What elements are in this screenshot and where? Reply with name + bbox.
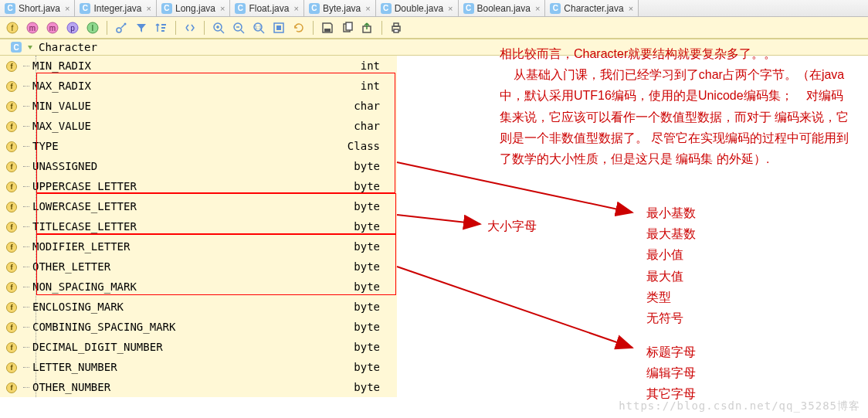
field-row[interactable]: fUPPERCASE_LETTERbyte bbox=[0, 176, 397, 196]
tab-long[interactable]: CLong.java× bbox=[157, 0, 230, 16]
field-icon: f bbox=[6, 301, 19, 313]
field-row[interactable]: fMODIFIER_LETTERbyte bbox=[0, 236, 397, 257]
class-icon: C bbox=[11, 42, 22, 53]
refresh-icon[interactable] bbox=[291, 20, 307, 36]
field-name: ENCLOSING_MARK bbox=[32, 301, 124, 313]
field-row[interactable]: fCOMBINING_SPACING_MARKbyte bbox=[0, 317, 397, 337]
field-icon: f bbox=[6, 381, 19, 393]
zoom-out-icon[interactable] bbox=[231, 20, 246, 36]
svg-text:I: I bbox=[92, 24, 94, 32]
field-type: byte bbox=[354, 341, 380, 353]
close-icon[interactable]: × bbox=[293, 4, 298, 13]
tab-integer[interactable]: CInteger.java× bbox=[75, 0, 156, 16]
field-icon: f bbox=[6, 180, 19, 192]
field-row[interactable]: fOTHER_LETTERbyte bbox=[0, 257, 397, 277]
field-row[interactable]: fMAX_RADIXint bbox=[0, 76, 397, 96]
field-row[interactable]: fOTHER_NUMBERbyte bbox=[0, 377, 397, 397]
zoom-reset-icon[interactable]: 1:1 bbox=[251, 20, 266, 36]
tab-byte[interactable]: CByte.java× bbox=[304, 0, 376, 16]
filter-icon[interactable] bbox=[134, 20, 149, 36]
field-row[interactable]: fLETTER_NUMBERbyte bbox=[0, 357, 397, 377]
print-icon[interactable] bbox=[388, 20, 404, 36]
tab-character[interactable]: CCharacter.java× bbox=[545, 0, 639, 16]
properties-filter-icon[interactable]: p bbox=[65, 20, 80, 36]
close-icon[interactable]: × bbox=[65, 4, 70, 13]
field-type: char bbox=[354, 120, 380, 132]
field-row[interactable]: fMAX_VALUEchar bbox=[0, 116, 397, 136]
field-icon: f bbox=[6, 341, 19, 353]
field-name: COMBINING_SPACING_MARK bbox=[32, 321, 175, 333]
field-icon: f bbox=[6, 321, 19, 333]
show-inherited-icon[interactable] bbox=[114, 20, 129, 36]
copy-icon[interactable] bbox=[340, 20, 355, 36]
close-icon[interactable]: × bbox=[220, 4, 225, 13]
field-row[interactable]: fTITLECASE_LETTERbyte bbox=[0, 216, 397, 236]
methods-filter2-icon[interactable]: m bbox=[45, 20, 60, 36]
field-name: LETTER_NUMBER bbox=[32, 361, 117, 373]
methods-filter-icon[interactable]: m bbox=[25, 20, 40, 36]
close-icon[interactable]: × bbox=[147, 4, 151, 13]
tab-float[interactable]: CFloat.java× bbox=[230, 0, 303, 16]
field-type: byte bbox=[354, 301, 380, 313]
close-icon[interactable]: × bbox=[448, 4, 453, 13]
svg-point-11 bbox=[124, 22, 127, 25]
field-row[interactable]: fNON_SPACING_MARKbyte bbox=[0, 277, 397, 297]
close-icon[interactable]: × bbox=[629, 4, 633, 13]
java-file-icon: C bbox=[550, 3, 561, 14]
field-icon: f bbox=[6, 200, 19, 212]
field-type: char bbox=[354, 100, 380, 112]
svg-rect-20 bbox=[276, 25, 281, 30]
field-icon: f bbox=[6, 100, 19, 112]
java-file-icon: C bbox=[5, 3, 15, 14]
field-row[interactable]: fDECIMAL_DIGIT_NUMBERbyte bbox=[0, 337, 397, 357]
structure-tree: fMIN_RADIXintfMAX_RADIXintfMIN_VALUEchar… bbox=[0, 56, 397, 397]
svg-rect-23 bbox=[346, 22, 352, 30]
field-type: Class bbox=[348, 140, 380, 152]
field-row[interactable]: fENCLOSING_MARKbyte bbox=[0, 297, 397, 317]
field-icon: f bbox=[6, 280, 19, 293]
java-file-icon: C bbox=[80, 3, 90, 14]
svg-rect-27 bbox=[394, 29, 398, 32]
field-type: byte bbox=[354, 200, 380, 212]
field-type: int bbox=[361, 80, 380, 92]
field-type: byte bbox=[354, 280, 380, 293]
java-file-icon: C bbox=[309, 3, 320, 14]
field-name: MIN_VALUE bbox=[32, 100, 91, 112]
save-icon[interactable] bbox=[320, 20, 335, 36]
field-row[interactable]: fLOWERCASE_LETTERbyte bbox=[0, 196, 397, 216]
tab-short[interactable]: CShort.java× bbox=[0, 0, 75, 16]
field-type: int bbox=[361, 59, 380, 72]
field-name: UNASSIGNED bbox=[32, 160, 97, 172]
export-icon[interactable] bbox=[360, 20, 375, 36]
field-row[interactable]: fMIN_RADIXint bbox=[0, 56, 397, 76]
svg-rect-14 bbox=[161, 30, 164, 32]
fields-filter-icon[interactable]: f bbox=[5, 20, 20, 36]
sort-icon[interactable] bbox=[154, 20, 169, 36]
tab-double[interactable]: CDouble.java× bbox=[376, 0, 459, 16]
field-type: byte bbox=[354, 180, 380, 192]
field-type: byte bbox=[354, 240, 380, 253]
field-row[interactable]: fUNASSIGNEDbyte bbox=[0, 156, 397, 176]
watermark: https://blog.csdn.net/qq_35285博客 bbox=[619, 399, 860, 413]
expand-toggle-icon[interactable] bbox=[26, 43, 34, 51]
field-name: MAX_VALUE bbox=[32, 120, 91, 132]
field-icon: f bbox=[6, 160, 19, 172]
close-icon[interactable]: × bbox=[365, 4, 370, 13]
expand-icon[interactable] bbox=[182, 20, 198, 36]
svg-text:p: p bbox=[70, 24, 75, 32]
java-file-icon: C bbox=[381, 3, 392, 14]
interface-filter-icon[interactable]: I bbox=[85, 20, 100, 36]
field-icon: f bbox=[6, 80, 19, 92]
field-row[interactable]: fMIN_VALUEchar bbox=[0, 96, 397, 116]
field-name: LOWERCASE_LETTER bbox=[32, 200, 137, 212]
field-type: byte bbox=[354, 260, 380, 273]
field-row[interactable]: fTYPEClass bbox=[0, 136, 397, 156]
zoom-in-icon[interactable] bbox=[211, 20, 226, 36]
annotation-paragraph: 相比较而言，Character就要结构就要复杂多了。。 从基础入门课，我们已经学… bbox=[500, 43, 851, 169]
field-name: MAX_RADIX bbox=[32, 80, 91, 92]
field-type: byte bbox=[354, 361, 380, 373]
fit-content-icon[interactable] bbox=[271, 20, 287, 36]
svg-rect-12 bbox=[161, 24, 166, 25]
close-icon[interactable]: × bbox=[535, 4, 540, 13]
tab-boolean[interactable]: CBoolean.java× bbox=[459, 0, 546, 16]
